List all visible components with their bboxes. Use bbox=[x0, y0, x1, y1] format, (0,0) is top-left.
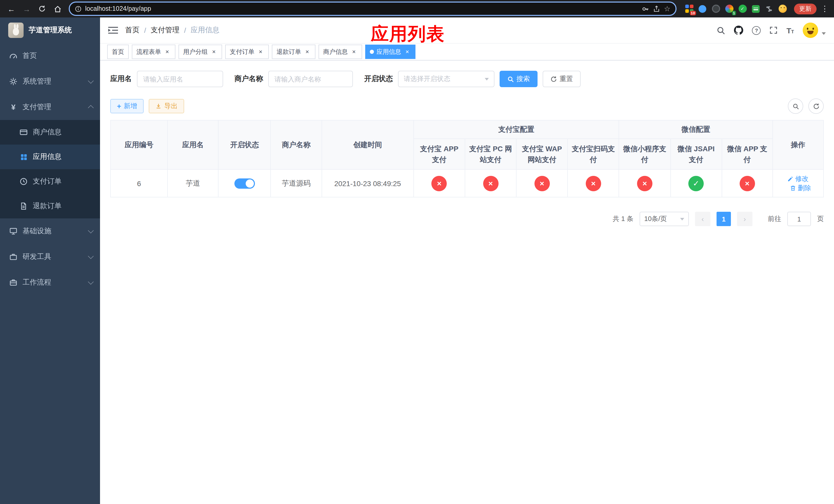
gear-icon bbox=[9, 77, 18, 86]
col-header-app-name: 应用名 bbox=[168, 120, 218, 169]
browser-menu-icon[interactable]: ⋮ bbox=[820, 2, 830, 16]
export-button[interactable]: 导出 bbox=[149, 99, 184, 113]
browser-reload-button[interactable] bbox=[35, 2, 49, 16]
extension-green-book-icon[interactable] bbox=[751, 4, 760, 13]
url-text: localhost:1024/pay/app bbox=[85, 5, 151, 12]
prev-page-button[interactable]: ‹ bbox=[695, 212, 710, 226]
sidebar-item-system[interactable]: 系统管理 bbox=[0, 69, 100, 94]
tab-merchant-info[interactable]: 商户信息 × bbox=[319, 45, 362, 59]
add-button-label: 新增 bbox=[124, 101, 137, 111]
browser-back-button[interactable]: ← bbox=[4, 2, 19, 16]
extension-avatar-icon[interactable]: 1 bbox=[725, 4, 733, 13]
bookmark-star-icon[interactable]: ☆ bbox=[664, 5, 671, 13]
app-name-input[interactable] bbox=[137, 71, 223, 87]
delete-link-label: 删除 bbox=[798, 183, 811, 192]
tab-close-icon[interactable]: × bbox=[257, 48, 264, 55]
col-header-status: 开启状态 bbox=[219, 120, 271, 169]
refresh-table-button[interactable] bbox=[808, 98, 824, 114]
address-bar[interactable]: localhost:1024/pay/app ☆ bbox=[69, 2, 677, 16]
tab-app-info[interactable]: 应用信息 × bbox=[365, 45, 415, 59]
merchant-name-input[interactable] bbox=[268, 71, 353, 87]
page-number-button[interactable]: 1 bbox=[717, 212, 731, 226]
search-icon[interactable] bbox=[717, 26, 725, 35]
tab-user-group[interactable]: 用户分组 × bbox=[178, 45, 222, 59]
edit-link-label: 修改 bbox=[795, 174, 809, 183]
sidebar-item-home[interactable]: 首页 bbox=[0, 43, 100, 69]
breadcrumb: 首页 / 支付管理 / 应用信息 bbox=[125, 26, 220, 35]
sidebar-subitem-merchant-info[interactable]: 商户信息 bbox=[0, 120, 100, 144]
green-book-glyph bbox=[752, 5, 760, 13]
tab-process-form[interactable]: 流程表单 × bbox=[132, 45, 175, 59]
chevron-down-icon bbox=[485, 78, 489, 80]
toggle-search-button[interactable] bbox=[788, 98, 803, 114]
tab-close-icon[interactable]: × bbox=[350, 48, 357, 55]
status-check-icon: ✓ bbox=[688, 176, 704, 191]
extension-face-icon[interactable] bbox=[778, 4, 787, 13]
add-button[interactable]: + 新增 bbox=[110, 99, 144, 113]
tab-refund-order[interactable]: 退款订单 × bbox=[272, 45, 315, 59]
status-toggle[interactable] bbox=[235, 178, 255, 188]
grid-icon bbox=[20, 153, 28, 161]
edit-link[interactable]: 修改 bbox=[788, 174, 809, 183]
face-glyph bbox=[778, 5, 787, 13]
next-page-button[interactable]: › bbox=[737, 212, 752, 226]
reset-button[interactable]: 重置 bbox=[543, 71, 580, 87]
tab-pay-order[interactable]: 支付订单 × bbox=[225, 45, 269, 59]
sidebar-item-label: 研发工具 bbox=[23, 252, 84, 261]
navbar: 首页 / 支付管理 / 应用信息 应用列表 bbox=[100, 18, 834, 43]
sidebar-item-workflow[interactable]: 工作流程 bbox=[0, 270, 100, 295]
sidebar-subitem-refund-order[interactable]: 退款订单 bbox=[0, 194, 100, 219]
credit-card-icon bbox=[20, 128, 28, 136]
breadcrumb-payment[interactable]: 支付管理 bbox=[151, 26, 179, 35]
extension-blue-icon[interactable] bbox=[698, 4, 707, 13]
search-button[interactable]: 搜索 bbox=[500, 71, 537, 87]
chevron-down-icon bbox=[88, 279, 94, 285]
yen-icon: ¥ bbox=[9, 103, 18, 111]
tab-label: 应用信息 bbox=[376, 47, 401, 56]
breadcrumb-home[interactable]: 首页 bbox=[125, 26, 139, 35]
dashboard-icon bbox=[9, 52, 18, 60]
sidebar-subitem-app-info[interactable]: 应用信息 bbox=[0, 144, 100, 169]
col-header-actions: 操作 bbox=[773, 120, 824, 169]
tab-home[interactable]: 首页 bbox=[107, 45, 129, 59]
tags-view-bar: 首页 流程表单 × 用户分组 × 支付订单 × 退款订单 × bbox=[100, 43, 834, 61]
github-icon[interactable] bbox=[734, 26, 744, 35]
user-avatar[interactable] bbox=[803, 23, 818, 38]
browser-home-button[interactable] bbox=[50, 2, 65, 16]
extension-dark-icon[interactable] bbox=[711, 4, 720, 13]
share-icon[interactable] bbox=[653, 5, 660, 12]
extensions-puzzle-icon[interactable] bbox=[765, 4, 773, 13]
browser-update-button[interactable]: 更新 bbox=[794, 3, 816, 14]
sidebar: 芋道管理系统 首页 系统管理 bbox=[0, 18, 100, 504]
sidebar-item-payment[interactable]: ¥ 支付管理 bbox=[0, 94, 100, 120]
font-size-icon[interactable]: TT bbox=[787, 26, 794, 34]
extension-badge: 1 bbox=[732, 10, 736, 15]
page-info-icon[interactable] bbox=[75, 5, 82, 12]
fullscreen-icon[interactable] bbox=[770, 26, 778, 35]
status-select-placeholder: 请选择开启状态 bbox=[404, 74, 450, 84]
status-select[interactable]: 请选择开启状态 bbox=[398, 71, 495, 87]
sidebar-item-infrastructure[interactable]: 基础设施 bbox=[0, 219, 100, 244]
page-size-select[interactable]: 10条/页 bbox=[640, 212, 689, 226]
tab-close-icon[interactable]: × bbox=[210, 48, 218, 55]
tab-close-icon[interactable]: × bbox=[304, 48, 311, 55]
logo-title: 芋道管理系统 bbox=[29, 26, 72, 35]
extension-badge: 10 bbox=[689, 10, 696, 15]
extension-green-check-icon[interactable]: ✓ bbox=[738, 4, 747, 13]
delete-link[interactable]: 删除 bbox=[790, 183, 811, 192]
tab-close-icon[interactable]: × bbox=[404, 48, 411, 55]
help-icon[interactable]: ? bbox=[752, 26, 761, 35]
sidebar-logo[interactable]: 芋道管理系统 bbox=[0, 18, 100, 43]
cell-status bbox=[219, 169, 271, 197]
extension-grid-icon[interactable]: 10 bbox=[685, 4, 694, 13]
annotation-page-title: 应用列表 bbox=[371, 22, 445, 46]
group-header-wechat: 微信配置 bbox=[619, 120, 773, 139]
sidebar-item-dev-tools[interactable]: 研发工具 bbox=[0, 244, 100, 270]
password-key-icon[interactable] bbox=[642, 5, 650, 13]
tab-close-icon[interactable]: × bbox=[163, 48, 171, 55]
sidebar-item-label: 首页 bbox=[23, 51, 93, 61]
goto-page-input[interactable] bbox=[787, 212, 811, 226]
browser-forward-button[interactable]: → bbox=[20, 2, 34, 16]
sidebar-collapse-button[interactable] bbox=[108, 26, 118, 35]
sidebar-subitem-pay-order[interactable]: 支付订单 bbox=[0, 169, 100, 194]
